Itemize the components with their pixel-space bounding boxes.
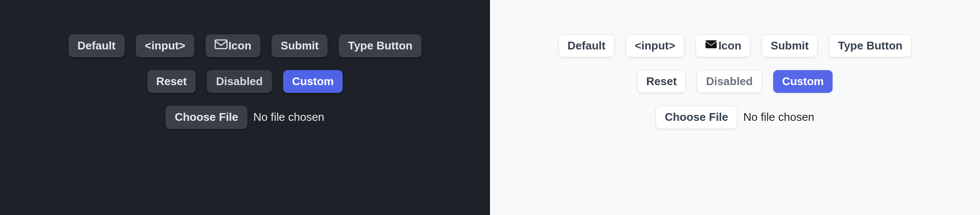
default-button[interactable]: Default <box>559 34 615 57</box>
light-theme-panel: Default <input> Icon Submit Type Button … <box>490 0 980 215</box>
reset-button[interactable]: Reset <box>147 70 196 93</box>
submit-button[interactable]: Submit <box>272 34 328 57</box>
reset-button[interactable]: Reset <box>637 70 686 93</box>
file-status-label: No file chosen <box>743 111 815 124</box>
type-button[interactable]: Type Button <box>829 34 911 57</box>
disabled-button: Disabled <box>697 70 762 93</box>
submit-button[interactable]: Submit <box>762 34 818 57</box>
input-element-button[interactable]: <input> <box>626 34 684 57</box>
file-input-row: Choose File No file chosen <box>165 106 324 129</box>
mail-icon <box>705 39 718 52</box>
input-element-button[interactable]: <input> <box>136 34 194 57</box>
custom-button[interactable]: Custom <box>283 70 343 93</box>
icon-button-label: Icon <box>718 39 741 52</box>
button-row-1: Default <input> Icon Submit Type Button <box>559 34 911 57</box>
file-input-row: Choose File No file chosen <box>655 106 814 129</box>
svg-rect-1 <box>705 40 717 49</box>
custom-button[interactable]: Custom <box>773 70 833 93</box>
file-status-label: No file chosen <box>253 111 325 124</box>
disabled-button: Disabled <box>207 70 272 93</box>
icon-button[interactable]: Icon <box>696 34 750 57</box>
choose-file-button[interactable]: Choose File <box>655 106 737 129</box>
default-button[interactable]: Default <box>69 34 125 57</box>
button-row-2: Reset Disabled Custom <box>637 70 833 93</box>
dark-theme-panel: Default <input> Icon Submit Type Button … <box>0 0 490 215</box>
icon-button-label: Icon <box>228 39 251 52</box>
mail-icon <box>215 39 228 52</box>
svg-rect-0 <box>215 40 227 49</box>
choose-file-button[interactable]: Choose File <box>165 106 247 129</box>
button-row-2: Reset Disabled Custom <box>147 70 343 93</box>
button-row-1: Default <input> Icon Submit Type Button <box>69 34 421 57</box>
type-button[interactable]: Type Button <box>339 34 421 57</box>
icon-button[interactable]: Icon <box>206 34 260 57</box>
